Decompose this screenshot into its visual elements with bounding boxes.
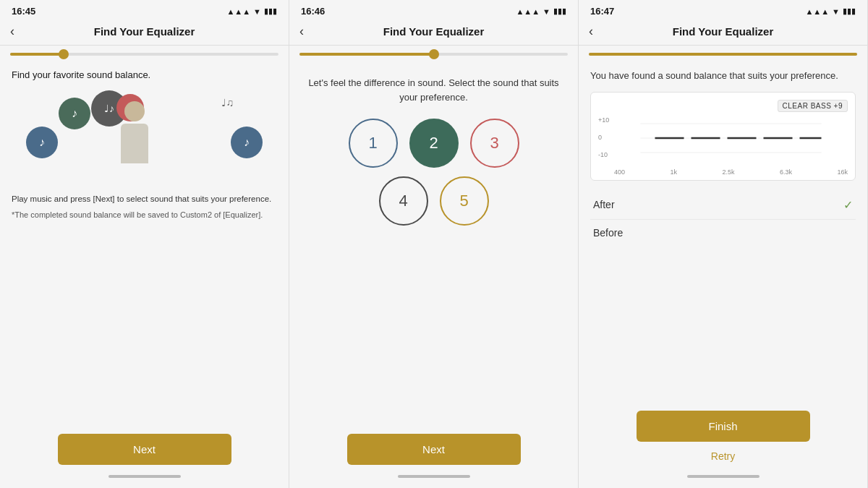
before-label: Before	[593, 227, 623, 239]
progress-track-1	[10, 53, 278, 56]
circles-grid: 1 2 3 4 5	[301, 119, 566, 226]
bottom-area-3: Finish Retry	[579, 403, 867, 488]
screen-2-content: Let's feel the difference in sound. Sele…	[289, 60, 578, 427]
freq-16k: 16k	[837, 168, 848, 176]
bottom-area-1: Next	[0, 427, 289, 488]
freq-1k: 1k	[671, 168, 678, 176]
next-button-2[interactable]: Next	[347, 434, 521, 465]
progress-track-2	[299, 53, 568, 56]
option-circle-3[interactable]: 3	[470, 119, 519, 168]
eq-y-bot: -10	[598, 151, 614, 158]
status-time-2: 16:46	[301, 6, 325, 17]
status-icons-1: ▲▲▲ ▼ ▮▮▮	[226, 7, 277, 16]
page-title-2: Find Your Equalizer	[383, 25, 484, 38]
music-notes: ♩♫	[221, 98, 234, 108]
option-circle-4[interactable]: 4	[379, 176, 428, 226]
status-icons-2: ▲▲▲ ▼ ▮▮▮	[516, 7, 566, 16]
screen-1-content: Find your favorite sound balance. ♪ ♪ ♩♪…	[0, 60, 289, 427]
signal-icon-2: ▲▲▲	[516, 7, 540, 16]
header-1: ‹ Find Your Equalizer	[0, 20, 289, 45]
check-icon: ✓	[843, 198, 853, 212]
option-circle-5[interactable]: 5	[440, 176, 489, 226]
progress-track-3	[589, 53, 857, 56]
option-circle-1[interactable]: 1	[349, 119, 398, 168]
circles-row-2: 4 5	[379, 176, 489, 226]
status-bar-2: 16:46 ▲▲▲ ▼ ▮▮▮	[289, 0, 578, 20]
home-indicator-3	[687, 475, 760, 478]
screen-3-content: You have found a sound balance that suit…	[579, 60, 867, 403]
status-bar-3: 16:47 ▲▲▲ ▼ ▮▮▮	[579, 0, 867, 20]
eq-chart: +10 0 -10	[598, 116, 848, 167]
wifi-icon-3: ▼	[832, 7, 840, 16]
eq-freq-labels: 400 1k 2.5k 6.3k 16k	[598, 168, 848, 176]
back-button-2[interactable]: ‹	[299, 24, 304, 39]
freq-6-3k: 6.3k	[780, 168, 792, 176]
eq-y-axis: +10 0 -10	[598, 116, 614, 158]
person-figure	[113, 101, 156, 166]
signal-icon-3: ▲▲▲	[805, 7, 829, 16]
center-instruction-2: Let's feel the difference in sound. Sele…	[301, 76, 566, 104]
progress-thumb-1	[59, 49, 69, 59]
battery-icon-3: ▮▮▮	[843, 7, 856, 16]
freq-400: 400	[614, 168, 625, 176]
note-text-1: *The completed sound balance will be sav…	[12, 210, 277, 221]
screen-2: 16:46 ▲▲▲ ▼ ▮▮▮ ‹ Find Your Equalizer Le…	[289, 0, 579, 488]
screen-1: 16:45 ▲▲▲ ▼ ▮▮▮ ‹ Find Your Equalizer Fi…	[0, 0, 289, 488]
eq-badge-row: CLEAR BASS +9	[598, 100, 848, 112]
bubble-2: ♪	[59, 98, 90, 129]
bottom-area-2: Next	[289, 427, 578, 488]
after-option[interactable]: After ✓	[590, 191, 856, 220]
eq-y-mid: 0	[598, 134, 614, 141]
option-circle-2[interactable]: 2	[409, 119, 459, 168]
signal-icon-1: ▲▲▲	[226, 7, 250, 16]
progress-bar-1	[0, 46, 289, 60]
result-text-3: You have found a sound balance that suit…	[590, 69, 856, 83]
page-title-1: Find Your Equalizer	[94, 25, 195, 38]
screen-3: 16:47 ▲▲▲ ▼ ▮▮▮ ‹ Find Your Equalizer Yo…	[579, 0, 868, 488]
header-3: ‹ Find Your Equalizer	[579, 20, 867, 45]
bubble-1: ♪	[26, 127, 58, 158]
eq-y-top: +10	[598, 116, 614, 124]
next-button-1[interactable]: Next	[58, 434, 231, 465]
progress-bar-3	[579, 46, 867, 60]
before-option[interactable]: Before	[590, 220, 856, 246]
instruction-text-1: Play music and press [Next] to select so…	[12, 193, 277, 205]
person-body	[121, 124, 148, 163]
progress-fill-3	[589, 53, 857, 56]
progress-fill-1	[10, 53, 64, 56]
eq-badge: CLEAR BASS +9	[778, 100, 848, 112]
battery-icon-1: ▮▮▮	[264, 7, 277, 16]
status-bar-1: 16:45 ▲▲▲ ▼ ▮▮▮	[0, 0, 289, 20]
bubble-5: ♪	[231, 127, 263, 158]
wifi-icon-2: ▼	[542, 7, 550, 16]
header-2: ‹ Find Your Equalizer	[289, 20, 578, 45]
progress-fill-2	[299, 53, 434, 56]
progress-thumb-2	[429, 49, 439, 59]
person-head	[124, 101, 145, 121]
home-indicator-1	[109, 475, 181, 478]
circles-row-1: 1 2 3	[349, 119, 519, 168]
status-time-1: 16:45	[12, 6, 35, 17]
illustration-area: ♪ ♪ ♩♪ ♪ ♩♫	[12, 90, 277, 184]
home-indicator-2	[398, 475, 470, 478]
eq-chart-container: CLEAR BASS +9 +10 0 -10	[590, 92, 856, 181]
wifi-icon-1: ▼	[253, 7, 261, 16]
eq-svg	[614, 116, 848, 160]
main-text-1: Find your favorite sound balance.	[12, 69, 277, 82]
retry-button[interactable]: Retry	[708, 448, 738, 465]
status-time-3: 16:47	[590, 6, 614, 17]
back-button-1[interactable]: ‹	[10, 24, 14, 39]
battery-icon-2: ▮▮▮	[553, 7, 566, 16]
back-button-3[interactable]: ‹	[589, 24, 593, 39]
status-icons-3: ▲▲▲ ▼ ▮▮▮	[805, 7, 856, 16]
finish-button[interactable]: Finish	[637, 411, 810, 442]
after-label: After	[593, 199, 615, 210]
page-title-3: Find Your Equalizer	[673, 25, 773, 38]
progress-bar-2	[289, 46, 578, 60]
freq-2-5k: 2.5k	[722, 168, 734, 176]
